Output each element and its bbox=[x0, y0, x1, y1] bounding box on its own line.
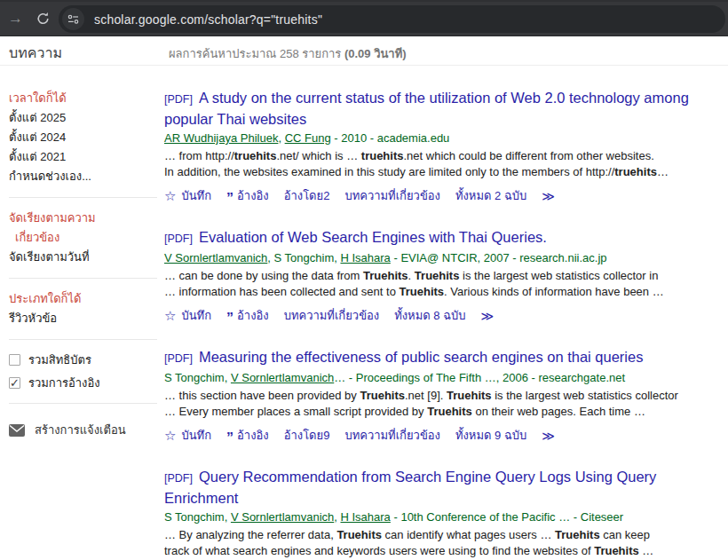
forward-icon[interactable]: → bbox=[8, 10, 23, 28]
sort-by-date[interactable]: จัดเรียงตามวันที่ bbox=[9, 248, 164, 267]
result-title-link[interactable]: [PDF]Measuring the effectiveness of publ… bbox=[164, 347, 728, 368]
star-icon: ☆ bbox=[164, 309, 176, 322]
all-versions-link[interactable]: ทั้งหมด 8 ฉบับ bbox=[394, 306, 465, 325]
filter-any-type[interactable]: ประเภทใดก็ได้ bbox=[9, 289, 164, 309]
result-snippet: … can be done by using the data from Tru… bbox=[164, 268, 728, 300]
related-articles-link[interactable]: บทความที่เกี่ยวข้อง bbox=[344, 426, 440, 445]
include-patents-option[interactable]: รวมสิทธิบัตร bbox=[9, 351, 164, 369]
more-actions-icon[interactable]: ≫ bbox=[542, 189, 553, 203]
tab-articles[interactable]: บทความ bbox=[9, 42, 62, 64]
cited-by-link[interactable]: อ้างโดย9 bbox=[284, 426, 330, 445]
more-actions-icon[interactable]: ≫ bbox=[542, 429, 553, 443]
sidebar-divider bbox=[9, 339, 157, 340]
star-icon: ☆ bbox=[164, 189, 176, 202]
citations-checkbox[interactable]: ✓ bbox=[9, 377, 20, 389]
save-button[interactable]: ☆บันทึก bbox=[164, 306, 211, 325]
create-alert-button[interactable]: สร้างการแจ้งเตือน bbox=[9, 421, 164, 439]
result-authors[interactable]: S Tongchim, V Sornlertlamvanich, H Isaha… bbox=[164, 509, 728, 525]
filters-sidebar: เวลาใดก็ได้ ตั้งแต่ 2025 ตั้งแต่ 2024 ตั… bbox=[0, 66, 164, 560]
results-header-bar: บทความ ผลการค้นหาประมาณ 258 รายการ (0.09… bbox=[0, 36, 728, 66]
results-time: (0.09 วินาที) bbox=[344, 47, 407, 60]
result-actions: ☆บันทึก ”อ้างอิง อ้างโดย2 บทความที่เกี่ย… bbox=[164, 186, 728, 205]
cited-by-link[interactable]: อ้างโดย2 bbox=[284, 186, 330, 205]
result-authors[interactable]: S Tongchim, V Sornlertlamvanich… - Proce… bbox=[164, 370, 728, 386]
reload-icon[interactable] bbox=[36, 12, 51, 27]
sort-by-relevance[interactable]: จัดเรียงตามความเกี่ยวข้อง bbox=[9, 209, 164, 248]
result-title-link[interactable]: [PDF]Evaluation of Web Search Engines wi… bbox=[164, 227, 728, 248]
star-icon: ☆ bbox=[164, 429, 176, 442]
related-articles-link[interactable]: บทความที่เกี่ยวข้อง bbox=[284, 306, 380, 325]
cite-button[interactable]: ”อ้างอิง bbox=[226, 186, 269, 205]
filter-since-2021[interactable]: ตั้งแต่ 2021 bbox=[9, 147, 164, 167]
include-patents-label: รวมสิทธิบัตร bbox=[28, 351, 91, 369]
related-articles-link[interactable]: บทความที่เกี่ยวข้อง bbox=[344, 186, 440, 205]
sidebar-divider bbox=[9, 278, 157, 279]
include-citations-label: รวมการอ้างอิง bbox=[28, 374, 100, 392]
result-authors[interactable]: V Sornlertlamvanich, S Tongchim, H Isaha… bbox=[164, 250, 728, 266]
all-versions-link[interactable]: ทั้งหมด 2 ฉบับ bbox=[455, 186, 526, 205]
pdf-tag: [PDF] bbox=[164, 472, 193, 485]
more-actions-icon[interactable]: ≫ bbox=[481, 309, 493, 323]
result-actions: ☆บันทึก ”อ้างอิง อ้างโดย9 บทความที่เกี่ย… bbox=[164, 426, 728, 445]
envelope-icon bbox=[9, 424, 25, 437]
search-result: [PDF]A study on the current status of th… bbox=[164, 88, 728, 205]
cite-button[interactable]: ”อ้างอิง bbox=[226, 426, 269, 445]
results-count: ผลการค้นหาประมาณ 258 รายการ bbox=[169, 47, 344, 60]
pdf-tag: [PDF] bbox=[164, 93, 193, 106]
sidebar-divider bbox=[9, 197, 157, 198]
result-snippet: … this section have been provided by Tru… bbox=[164, 388, 728, 420]
all-versions-link[interactable]: ทั้งหมด 9 ฉบับ bbox=[455, 426, 526, 445]
filter-since-2025[interactable]: ตั้งแต่ 2025 bbox=[9, 108, 164, 128]
pdf-tag: [PDF] bbox=[164, 352, 193, 365]
create-alert-label: สร้างการแจ้งเตือน bbox=[35, 421, 126, 439]
search-result: [PDF]Query Recommendation from Search En… bbox=[164, 467, 728, 560]
pdf-tag: [PDF] bbox=[164, 233, 193, 245]
search-result: [PDF]Measuring the effectiveness of publ… bbox=[164, 347, 728, 445]
filter-since-2024[interactable]: ตั้งแต่ 2024 bbox=[9, 128, 164, 147]
browser-toolbar: → scholar.google.com/scholar?q="truehits… bbox=[0, 0, 728, 36]
result-title-link[interactable]: [PDF]Query Recommendation from Search En… bbox=[164, 467, 728, 508]
filter-custom-range[interactable]: กำหนดช่วงเอง... bbox=[9, 167, 164, 186]
result-snippet: … By analyzing the referrer data, Truehi… bbox=[164, 527, 728, 559]
cite-button[interactable]: ”อ้างอิง bbox=[226, 306, 269, 325]
result-authors[interactable]: AR Wudhijaya Philuek, CC Fung - 2010 - a… bbox=[164, 130, 728, 146]
search-result: [PDF]Evaluation of Web Search Engines wi… bbox=[164, 227, 728, 325]
results-stats: ผลการค้นหาประมาณ 258 รายการ (0.09 วินาที… bbox=[169, 44, 407, 63]
quote-icon: ” bbox=[226, 314, 233, 323]
save-button[interactable]: ☆บันทึก bbox=[164, 186, 211, 205]
include-citations-option[interactable]: ✓ รวมการอ้างอิง bbox=[9, 374, 164, 392]
filter-anytime[interactable]: เวลาใดก็ได้ bbox=[9, 89, 164, 108]
result-title-link[interactable]: [PDF]A study on the current status of th… bbox=[164, 88, 728, 129]
quote-icon: ” bbox=[226, 434, 233, 443]
filter-review-articles[interactable]: รีวิวหัวข้อ bbox=[9, 309, 164, 328]
save-button[interactable]: ☆บันทึก bbox=[164, 426, 211, 445]
search-results: [PDF]A study on the current status of th… bbox=[164, 66, 728, 560]
result-snippet: … from http://truehits.net/ which is … t… bbox=[164, 148, 728, 180]
result-actions: ☆บันทึก ”อ้างอิง บทความที่เกี่ยวข้อง ทั้… bbox=[164, 306, 728, 325]
sidebar-divider bbox=[9, 403, 157, 404]
quote-icon: ” bbox=[226, 194, 233, 203]
site-info-icon[interactable] bbox=[62, 8, 84, 30]
url-text[interactable]: scholar.google.com/scholar?q="truehits" bbox=[94, 12, 322, 27]
patents-checkbox[interactable] bbox=[9, 354, 20, 366]
address-bar[interactable]: scholar.google.com/scholar?q="truehits" bbox=[59, 5, 725, 33]
